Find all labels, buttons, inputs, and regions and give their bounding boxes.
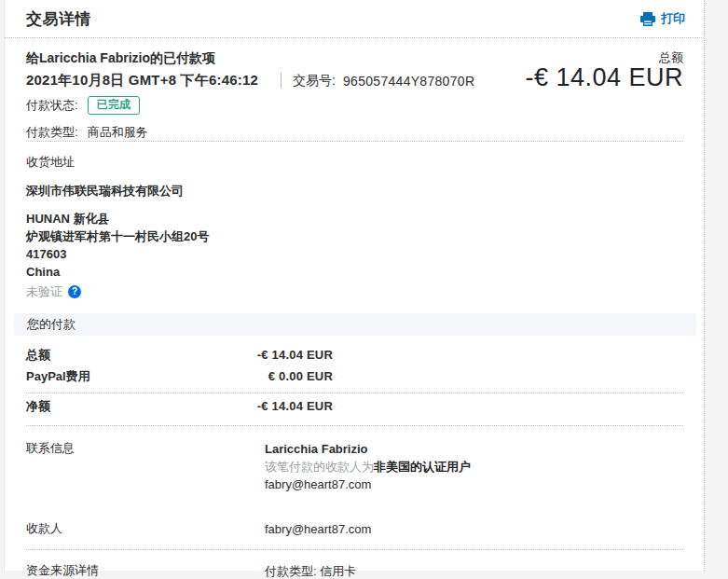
divider	[26, 393, 683, 393]
payment-type-label: 付款类型:	[26, 124, 78, 141]
recipient-note-bold: 非美国的认证用户	[374, 460, 471, 474]
divider	[26, 425, 683, 426]
transaction-id-label: 交易号:	[293, 73, 336, 90]
amount-row-label: PayPal费用	[26, 368, 90, 385]
payment-recipient-title: 给Laricchia Fabrizio的已付款项	[26, 50, 215, 67]
address-line: 炉观镇进军村第十一村民小组20号	[26, 227, 683, 245]
your-payment-section-header: 您的付款	[14, 313, 696, 336]
amount-row-value: -€ 14.04 EUR	[257, 348, 333, 362]
payment-type-value: 商品和服务	[88, 124, 148, 141]
amount-row-net: 净额 -€ 14.04 EUR	[26, 398, 333, 420]
address-line: China	[26, 263, 683, 281]
print-button-label: 打印	[661, 10, 685, 27]
address-line: HUNAN 新化县	[26, 210, 683, 227]
your-payment-title: 您的付款	[27, 316, 76, 333]
help-icon[interactable]: ?	[68, 285, 81, 298]
recipient-note: 该笔付款的收款人为非美国的认证用户	[265, 458, 471, 476]
address-verification-row: 未验证 ?	[26, 283, 683, 300]
amount-row-label: 净额	[26, 398, 50, 415]
shipping-address-section: 收货地址 深圳市伟联民瑞科技有限公司 HUNAN 新化县 炉观镇进军村第十一村民…	[5, 142, 704, 300]
divider	[26, 549, 683, 550]
funding-type-label: 付款类型:	[265, 564, 317, 578]
funding-source-label: 资金来源详情	[26, 562, 265, 579]
verification-status: 未验证	[26, 283, 62, 300]
printer-icon	[640, 12, 655, 26]
print-button[interactable]: 打印	[640, 10, 685, 27]
transaction-summary: 给Laricchia Fabrizio的已付款项 总额 2021年10月8日 G…	[26, 38, 683, 142]
address-line: 417603	[26, 245, 683, 263]
recipient-email: fabry@heart87.com	[265, 476, 471, 493]
contact-info-section: 联系信息 Laricchia Fabrizio 该笔付款的收款人为非美国的认证用…	[5, 440, 704, 493]
page-header: 交易详情 打印	[5, 0, 704, 38]
amount-row-fee: PayPal费用 € 0.00 EUR	[26, 368, 333, 390]
total-amount: -€ 14.04 EUR	[525, 63, 683, 92]
status-badge: 已完成	[88, 96, 140, 115]
funding-source-section: 资金来源详情 付款类型: 信用卡 资金来源: -€ 14.04 EUR - 尾号…	[5, 562, 704, 579]
payment-amounts: 总额 -€ 14.04 EUR PayPal费用 € 0.00 EUR 净额 -…	[5, 336, 704, 426]
payee-label: 收款人	[26, 520, 265, 538]
date-transaction-row: 2021年10月8日 GMT+8 下午6:46:12 交易号: 96505744…	[26, 72, 474, 90]
transaction-date: 2021年10月8日 GMT+8 下午6:46:12	[26, 72, 258, 90]
shipping-address-title: 收货地址	[26, 154, 683, 171]
payee-section: 收款人 fabry@heart87.com	[5, 520, 704, 538]
recipient-note-gray: 该笔付款的收款人为	[265, 460, 374, 474]
contact-info-label: 联系信息	[26, 440, 265, 493]
contact-info-details: Laricchia Fabrizio 该笔付款的收款人为非美国的认证用户 fab…	[265, 440, 471, 493]
funding-type-value: 信用卡	[320, 564, 356, 578]
payment-type-row: 付款类型: 商品和服务	[26, 124, 148, 141]
shipping-company: 深圳市伟联民瑞科技有限公司	[26, 183, 683, 200]
transaction-id-value: 965057444Y878070R	[343, 74, 474, 89]
page-title: 交易详情	[26, 8, 91, 30]
recipient-name: Laricchia Fabrizio	[265, 440, 471, 458]
payee-email: fabry@heart87.com	[265, 520, 371, 538]
amount-row-label: 总额	[26, 347, 50, 364]
amount-row-value: -€ 14.04 EUR	[257, 399, 333, 413]
amount-row-value: € 0.00 EUR	[268, 369, 333, 383]
funding-source-details: 付款类型: 信用卡 资金来源: -€ 14.04 EUR - 尾号为x-2832…	[265, 562, 517, 579]
vertical-divider	[281, 73, 282, 89]
payment-status-row: 付款状态: 已完成	[26, 96, 140, 115]
payment-status-label: 付款状态:	[26, 97, 78, 114]
transaction-details-card: 交易详情 打印 给Laricchia Fabrizio的已付款项 总额 2021…	[4, 0, 705, 571]
amount-row-total: 总额 -€ 14.04 EUR	[26, 347, 333, 368]
funding-type-line: 付款类型: 信用卡	[265, 562, 517, 579]
